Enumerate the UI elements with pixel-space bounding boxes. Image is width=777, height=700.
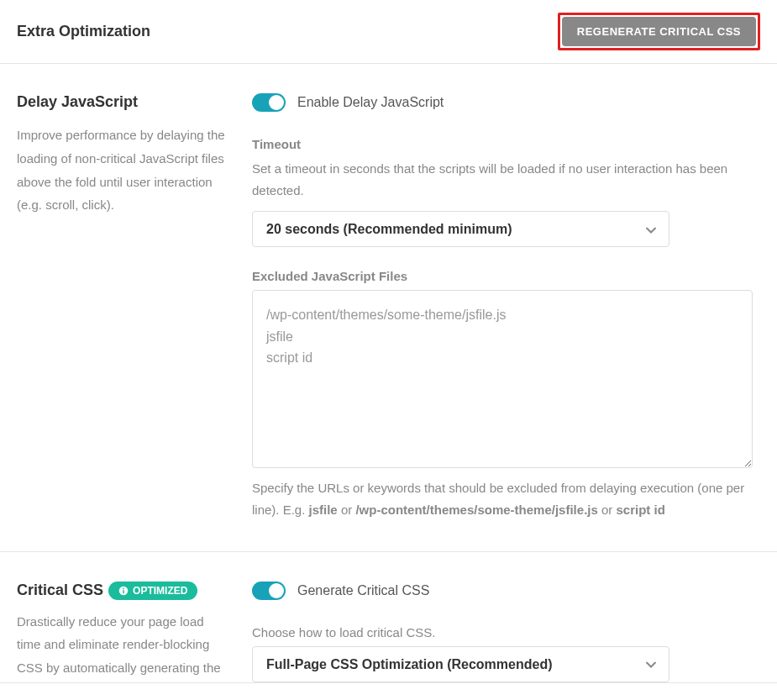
- enable-delay-js-toggle[interactable]: [252, 93, 286, 112]
- page-title: Extra Optimization: [17, 23, 150, 40]
- delay-javascript-section: Delay JavaScript Improve performance by …: [0, 64, 777, 552]
- section-description: Drastically reduce your page load time a…: [17, 610, 227, 680]
- svg-point-2: [123, 587, 124, 589]
- excluded-label: Excluded JavaScript Files: [252, 269, 760, 283]
- load-method-select[interactable]: Full-Page CSS Optimization (Recommended): [252, 646, 669, 682]
- highlight-box: REGENERATE CRITICAL CSS: [558, 13, 760, 50]
- timeout-help: Set a timeout in seconds that the script…: [252, 158, 760, 201]
- section-left: Delay JavaScript Improve performance by …: [17, 93, 252, 522]
- section-title: Delay JavaScript: [17, 93, 138, 111]
- badge-label: OPTIMIZED: [133, 585, 187, 597]
- section-left: Critical CSS OPTIMIZED Drastically reduc…: [17, 582, 252, 682]
- timeout-select-wrap: 20 seconds (Recommended minimum): [252, 211, 669, 247]
- section-right: Generate Critical CSS Choose how to load…: [252, 582, 760, 682]
- optimized-badge: OPTIMIZED: [108, 582, 197, 600]
- header: Extra Optimization REGENERATE CRITICAL C…: [0, 0, 777, 64]
- info-icon: [118, 586, 129, 596]
- enable-delay-js-label: Enable Delay JavaScript: [297, 95, 444, 110]
- timeout-label: Timeout: [252, 137, 760, 151]
- timeout-select[interactable]: 20 seconds (Recommended minimum): [252, 211, 669, 247]
- load-method-select-wrap: Full-Page CSS Optimization (Recommended): [252, 646, 669, 682]
- section-description: Improve performance by delaying the load…: [17, 124, 227, 217]
- load-method-label: Choose how to load critical CSS.: [252, 625, 760, 639]
- excluded-help: Specify the URLs or keywords that should…: [252, 477, 760, 522]
- generate-critical-css-row: Generate Critical CSS: [252, 582, 760, 600]
- regenerate-critical-css-button[interactable]: REGENERATE CRITICAL CSS: [562, 17, 756, 46]
- title-row: Critical CSS OPTIMIZED: [17, 582, 227, 600]
- generate-critical-css-label: Generate Critical CSS: [297, 583, 429, 598]
- enable-delay-js-row: Enable Delay JavaScript: [252, 93, 760, 112]
- section-title: Critical CSS: [17, 582, 103, 599]
- excluded-js-textarea[interactable]: [252, 290, 753, 468]
- svg-rect-1: [123, 590, 124, 593]
- critical-css-section: Critical CSS OPTIMIZED Drastically reduc…: [0, 552, 777, 683]
- section-right: Enable Delay JavaScript Timeout Set a ti…: [252, 93, 760, 522]
- generate-critical-css-toggle[interactable]: [252, 582, 286, 600]
